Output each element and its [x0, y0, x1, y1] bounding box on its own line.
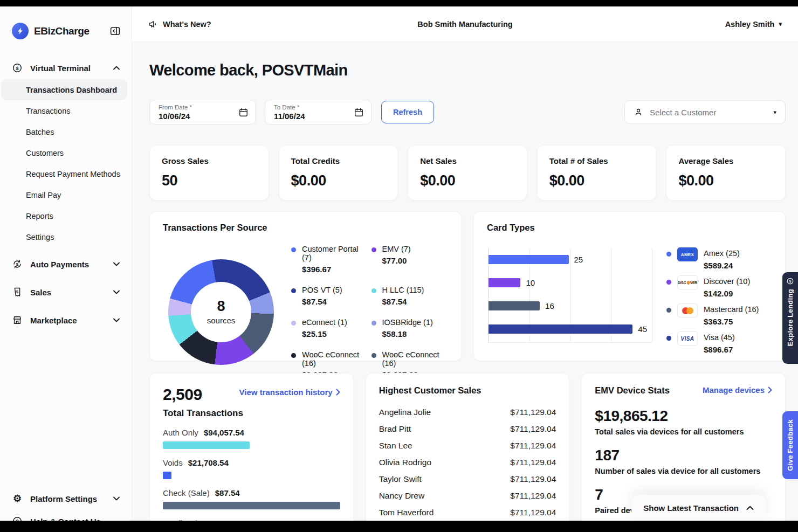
give-feedback-tab[interactable]: Give Feedback [782, 411, 798, 479]
legend-dot [291, 353, 296, 358]
sidebar-item-virtual-terminal[interactable]: $ Virtual Terminal [0, 57, 132, 79]
stats-row: Gross Sales 50 Total Credits $0.00 Net S… [149, 145, 786, 201]
caret-down-icon: ▾ [779, 20, 782, 27]
emv-total-sales: $19,865.12 [595, 407, 772, 425]
credits-row: Credits$730.23 [163, 519, 340, 521]
emv-total-sales-caption: Total sales via devices for all customer… [595, 427, 772, 436]
sidebar-item-label: Auto Payments [30, 260, 89, 269]
user-menu[interactable]: Ashley Smith ▾ [513, 20, 782, 29]
chevron-right-icon [768, 386, 772, 393]
total-transactions-label: Total Transactions [163, 408, 340, 419]
help-icon: ? [12, 516, 23, 521]
sidebar-item-auto-payments[interactable]: $ Auto Payments [0, 253, 132, 275]
legend-item: Customer Portal (7)$396.67 [291, 245, 368, 274]
calendar-icon[interactable] [238, 107, 249, 118]
person-icon [634, 107, 643, 117]
sidebar-item-transactions[interactable]: Transactions [0, 100, 132, 121]
bar-mastercard [489, 301, 540, 310]
list-item: Olivia Rodrigo$711,129.04 [379, 458, 556, 467]
sidebar-spacer [0, 331, 132, 487]
sidebar-item-marketplace[interactable]: Marketplace [0, 309, 132, 331]
donut-wrap: 8 sources [168, 259, 274, 365]
list-item: Angelina Jolie$711,129.04 [379, 407, 556, 417]
sidebar-item-transactions-dashboard[interactable]: Transactions Dashboard [1, 79, 127, 100]
caret-down-icon: ▾ [773, 109, 776, 116]
manage-devices-link[interactable]: Manage devices [703, 385, 772, 395]
from-date-value: 10/06/24 [159, 112, 248, 121]
legend-item: DISCVER Discover (10)$142.09 [666, 277, 772, 298]
chevron-down-icon [113, 262, 120, 266]
mastercard-badge-icon [677, 303, 698, 317]
card-title: Card Types [487, 223, 772, 233]
brand-name: EBizCharge [34, 25, 90, 37]
sidebar-item-help-contact-us[interactable]: ? Help & Contact Us [0, 510, 132, 521]
chevron-down-icon [113, 496, 120, 501]
chevron-up-icon [113, 66, 120, 70]
sidebar-item-reports[interactable]: Reports [0, 205, 132, 226]
svg-text:$: $ [16, 262, 19, 267]
legend-dot [666, 252, 671, 257]
bar-amex [489, 255, 569, 264]
legend-dot [291, 247, 296, 252]
stat-card-total-number-of-sales: Total # of Sales $0.00 [537, 145, 657, 201]
explore-lending-tab[interactable]: $ Explore Lending [782, 272, 798, 364]
sidebar-item-request-payment-methods[interactable]: Request Payment Methods [0, 163, 132, 184]
auth-only-bar [163, 441, 250, 449]
legend-dot [372, 288, 376, 293]
calendar-icon[interactable] [354, 107, 364, 118]
card-types-card: Card Types 25 10 16 45 AMEX Am [473, 211, 786, 361]
legend-dot [666, 308, 671, 313]
dashboard-content: Welcome back, POSVTMain From Date* 10/06… [132, 42, 798, 521]
svg-text:$: $ [16, 289, 19, 294]
main-area: What's New? Bob Smith Manufacturing Ashl… [132, 6, 798, 521]
list-item: Nancy Drew$711,129.04 [379, 491, 556, 501]
legend-item: VISA Visa (45)$896.67 [666, 333, 772, 354]
from-date-field[interactable]: From Date* 10/06/24 [149, 100, 256, 125]
to-date-field[interactable]: To Date* 11/06/24 [265, 100, 372, 125]
whats-new-button[interactable]: What's New? [148, 19, 417, 29]
sidebar-item-customers[interactable]: Customers [0, 142, 132, 163]
amex-badge-icon: AMEX [677, 247, 698, 261]
stat-card-average-sales: Average Sales $0.00 [666, 145, 786, 201]
sidebar-item-platform-settings[interactable]: ⚙ Platform Settings [0, 487, 132, 510]
from-date-label: From Date* [159, 104, 248, 110]
svg-text:?: ? [16, 519, 19, 521]
storefront-icon [12, 315, 23, 326]
chevron-right-icon [336, 389, 340, 396]
legend-item: EMV (7)$77.00 [372, 245, 449, 274]
sidebar-collapse-icon[interactable] [109, 25, 121, 37]
card-types-bar-chart: 25 10 16 45 [488, 248, 652, 343]
sidebar-item-sales[interactable]: $ Sales [0, 281, 132, 303]
legend-item: IOSBRidge (1)$58.18 [372, 318, 449, 338]
lending-icon: $ [786, 277, 794, 285]
transactions-per-source-legend: Customer Portal (7)$396.67 EMV (7)$77.00… [291, 245, 448, 379]
view-transaction-history-link[interactable]: View transaction history [239, 388, 340, 397]
topbar: What's New? Bob Smith Manufacturing Ashl… [132, 6, 798, 42]
customer-select[interactable]: Select a Customer ▾ [624, 100, 786, 124]
megaphone-icon [148, 19, 158, 29]
to-date-label: To Date* [274, 104, 363, 110]
auth-only-row: Auth Only$94,057.54 [163, 428, 340, 449]
voids-bar [163, 472, 171, 479]
stat-card-net-sales: Net Sales $0.00 [408, 145, 527, 201]
sidebar-item-settings[interactable]: Settings [0, 226, 132, 247]
chevron-up-icon [746, 506, 754, 510]
list-item: Stan Lee$711,129.04 [379, 441, 556, 451]
show-latest-transaction-button[interactable]: Show Latest Transaction [631, 495, 766, 521]
emv-sales-count: 187 [595, 447, 772, 464]
total-transactions-count: 2,509 [163, 385, 202, 404]
app-frame: EBizCharge $ Virtual Terminal Transactio… [0, 6, 798, 521]
legend-item: eConnect (1)$25.15 [291, 318, 368, 338]
legend-item: Mastercard (16)$363.75 [666, 305, 772, 326]
stat-card-total-credits: Total Credits $0.00 [279, 145, 398, 201]
company-name: Bob Smith Manufacturing [417, 20, 512, 29]
user-name: Ashley Smith [725, 20, 775, 29]
check-sale-row: Check (Sale)$87.54 [163, 488, 340, 509]
refresh-button[interactable]: Refresh [381, 101, 434, 123]
sidebar-item-email-pay[interactable]: Email Pay [0, 184, 132, 205]
auto-payments-icon: $ [12, 259, 23, 270]
sidebar-nav: $ Virtual Terminal Transactions Dashboar… [0, 57, 132, 521]
legend-dot [372, 247, 376, 252]
sidebar-item-batches[interactable]: Batches [0, 121, 132, 142]
filter-row: From Date* 10/06/24 To Date* 11/06/24 Re… [149, 100, 786, 125]
